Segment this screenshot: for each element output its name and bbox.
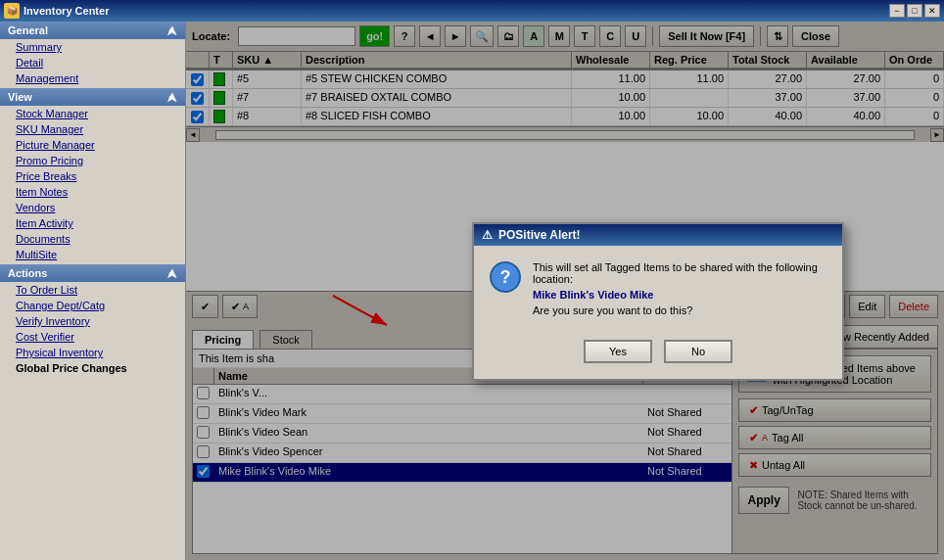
no-button[interactable]: No bbox=[664, 340, 732, 363]
sidebar-item-verify-inventory[interactable]: Verify Inventory bbox=[0, 313, 185, 329]
alert-dialog: ⚠ POSitive Alert! ? This will set all Ta… bbox=[472, 222, 844, 381]
sidebar-item-detail[interactable]: Detail bbox=[0, 55, 185, 70]
sidebar-item-sku-manager[interactable]: SKU Manager bbox=[0, 121, 185, 137]
sidebar-section-view-label: View bbox=[8, 91, 32, 103]
main-window: General ⮝ Summary Detail Management View… bbox=[0, 22, 944, 560]
app-icon: 📦 bbox=[4, 3, 20, 19]
sidebar-item-item-activity[interactable]: Item Activity bbox=[0, 215, 185, 231]
sidebar-collapse-view-icon: ⮝ bbox=[167, 92, 177, 103]
modal-content: This will set all Tagged Items to be sha… bbox=[533, 261, 826, 316]
maximize-button[interactable]: □ bbox=[907, 4, 922, 18]
window-close-button[interactable]: ✕ bbox=[924, 4, 940, 18]
sidebar-collapse-actions-icon: ⮝ bbox=[167, 268, 177, 279]
minimize-button[interactable]: − bbox=[889, 4, 905, 18]
sidebar-item-management[interactable]: Management bbox=[0, 70, 185, 86]
sidebar-item-to-order-list[interactable]: To Order List bbox=[0, 282, 185, 298]
modal-location-name: Mike Blink's Video Mike bbox=[533, 289, 826, 301]
sidebar-section-actions: Actions ⮝ To Order List Change Dept/Catg… bbox=[0, 264, 185, 376]
sidebar-item-multisite[interactable]: MultiSite bbox=[0, 247, 185, 262]
sidebar-item-picture-manager[interactable]: Picture Manager bbox=[0, 137, 185, 153]
sidebar-section-general-label: General bbox=[8, 24, 48, 36]
sidebar-item-global-price-changes[interactable]: Global Price Changes bbox=[0, 360, 185, 376]
sidebar-collapse-general-icon: ⮝ bbox=[167, 25, 177, 36]
modal-message2: Are you sure you want to do this? bbox=[533, 304, 826, 316]
modal-overlay: ⚠ POSitive Alert! ? This will set all Ta… bbox=[186, 22, 944, 560]
sidebar-section-view: View ⮝ Stock Manager SKU Manager Picture… bbox=[0, 88, 185, 262]
modal-buttons: Yes No bbox=[474, 332, 842, 379]
title-bar: 📦 Inventory Center − □ ✕ bbox=[0, 0, 944, 22]
modal-body: ? This will set all Tagged Items to be s… bbox=[474, 246, 842, 332]
sidebar-item-price-breaks[interactable]: Price Breaks bbox=[0, 168, 185, 184]
sidebar-header-general[interactable]: General ⮝ bbox=[0, 22, 185, 39]
modal-title-text: POSitive Alert! bbox=[498, 228, 581, 242]
sidebar-item-item-notes[interactable]: Item Notes bbox=[0, 184, 185, 200]
modal-title-bar: ⚠ POSitive Alert! bbox=[474, 224, 842, 246]
sidebar-item-summary[interactable]: Summary bbox=[0, 39, 185, 55]
sidebar-item-stock-manager[interactable]: Stock Manager bbox=[0, 106, 185, 121]
content-area: Locate: go! ? ◄ ► 🔍 🗂 A M T C U Sell It … bbox=[186, 22, 944, 560]
sidebar-item-cost-verifier[interactable]: Cost Verifier bbox=[0, 329, 185, 345]
title-bar-text: Inventory Center bbox=[24, 5, 889, 17]
sidebar-item-physical-inventory[interactable]: Physical Inventory bbox=[0, 345, 185, 360]
sidebar-item-vendors[interactable]: Vendors bbox=[0, 200, 185, 215]
title-bar-buttons: − □ ✕ bbox=[889, 4, 940, 18]
sidebar-item-promo-pricing[interactable]: Promo Pricing bbox=[0, 153, 185, 168]
sidebar-section-actions-label: Actions bbox=[8, 267, 47, 279]
modal-message1: This will set all Tagged Items to be sha… bbox=[533, 261, 826, 285]
sidebar-header-view[interactable]: View ⮝ bbox=[0, 88, 185, 106]
sidebar: General ⮝ Summary Detail Management View… bbox=[0, 22, 186, 560]
warning-icon: ⚠ bbox=[482, 228, 493, 242]
sidebar-item-documents[interactable]: Documents bbox=[0, 231, 185, 247]
yes-button[interactable]: Yes bbox=[584, 340, 652, 363]
sidebar-header-actions[interactable]: Actions ⮝ bbox=[0, 264, 185, 282]
sidebar-section-general: General ⮝ Summary Detail Management bbox=[0, 22, 185, 86]
modal-question-icon: ? bbox=[490, 261, 521, 293]
sidebar-item-change-dept[interactable]: Change Dept/Catg bbox=[0, 298, 185, 313]
